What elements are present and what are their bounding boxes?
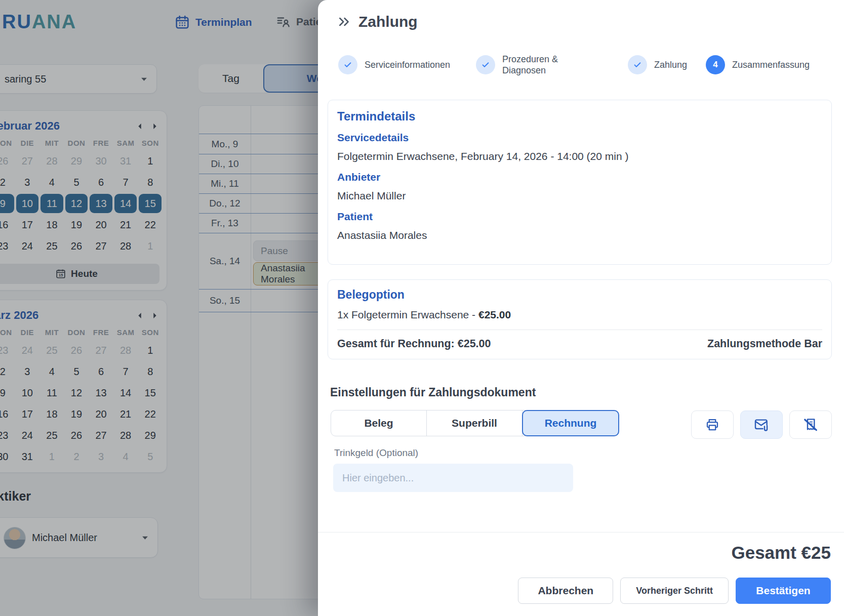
print-button[interactable] — [691, 410, 734, 439]
step-prozeduren-diagnosen[interactable]: Prozeduren & Diagnosen — [476, 52, 571, 78]
step-number-badge: 4 — [706, 55, 725, 74]
service-details-label: Servicedetails — [337, 132, 822, 144]
step-zusammenfassung[interactable]: 4 Zusammenfassung — [706, 52, 810, 78]
provider-value: Michael Müller — [337, 190, 822, 202]
email-attachment-icon — [753, 417, 770, 433]
step-serviceinformationen[interactable]: Serviceinformationen — [338, 52, 450, 78]
confirm-button[interactable]: Bestätigen — [736, 578, 831, 604]
doc-option-beleg[interactable]: Beleg — [331, 410, 427, 436]
doc-option-superbill[interactable]: Superbill — [427, 410, 523, 436]
settings-heading: Einstellungen für Zahlungsdokument — [330, 386, 536, 399]
modal-title: Zahlung — [358, 13, 418, 30]
tip-label: Trinkgeld (Optional) — [334, 447, 418, 459]
payment-method-label: Zahlungsmethode Bar — [707, 338, 822, 350]
invoice-total-label: Gesamt für Rechnung: €25.00 — [337, 338, 491, 350]
footer-divider — [318, 532, 844, 532]
collapse-panel-icon[interactable] — [337, 15, 351, 29]
app: RUANA Terminplan Patienten saring 55 — [0, 0, 844, 616]
print-icon — [705, 417, 720, 432]
step-check-icon — [628, 55, 647, 74]
provider-label: Anbieter — [337, 171, 822, 183]
previous-step-button[interactable]: Vorheriger Schritt — [620, 578, 729, 604]
email-receipt-button[interactable] — [740, 410, 783, 439]
card-title: Termindetails — [337, 109, 822, 124]
footer-buttons: Abbrechen Vorheriger Schritt Bestätigen — [518, 578, 831, 604]
no-receipt-button[interactable] — [789, 410, 832, 439]
patient-value: Anastasiia Morales — [337, 229, 822, 241]
cancel-button[interactable]: Abbrechen — [518, 578, 613, 604]
appointment-details-card: Termindetails Servicedetails Folgetermin… — [328, 100, 832, 265]
patient-label: Patient — [337, 211, 822, 223]
receipt-option-card: Belegoption 1x Folgetermin Erwachsene - … — [328, 279, 832, 359]
step-check-icon — [476, 55, 495, 74]
doc-option-rechnung[interactable]: Rechnung — [522, 410, 619, 436]
service-details-value: Folgetermin Erwachsene, February 14, 202… — [337, 150, 822, 162]
step-check-icon — [338, 55, 357, 74]
line-item: 1x Folgetermin Erwachsene - €25.00 — [337, 309, 822, 321]
document-type-switcher: Beleg Superbill Rechnung — [331, 410, 619, 436]
divider — [337, 330, 822, 330]
card-title: Belegoption — [337, 288, 822, 302]
payment-modal: Zahlung Serviceinformationen Prozeduren … — [318, 0, 844, 616]
stepper: Serviceinformationen Prozeduren & Diagno… — [318, 52, 844, 78]
no-receipt-icon — [802, 417, 819, 433]
tip-input[interactable] — [333, 464, 573, 492]
line-item-amount: €25.00 — [478, 309, 511, 320]
step-zahlung[interactable]: Zahlung — [628, 52, 687, 78]
grand-total: Gesamt €25 — [731, 543, 831, 563]
